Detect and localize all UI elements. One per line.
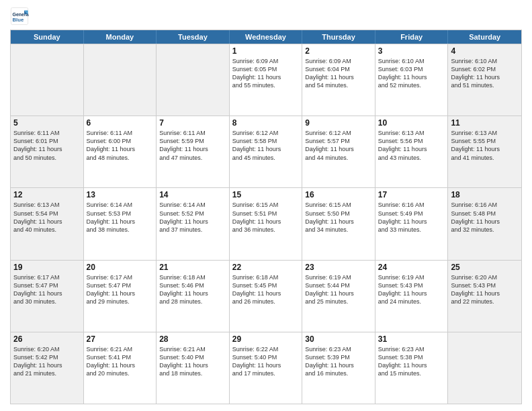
day-info: Sunrise: 6:17 AM Sunset: 5:47 PM Dayligh… <box>13 273 81 306</box>
day-info: Sunrise: 6:20 AM Sunset: 5:42 PM Dayligh… <box>13 345 81 378</box>
calendar-cell: 15Sunrise: 6:15 AM Sunset: 5:51 PM Dayli… <box>230 188 303 259</box>
day-info: Sunrise: 6:11 AM Sunset: 6:00 PM Dayligh… <box>87 129 154 162</box>
weekday-header: Saturday <box>448 30 521 44</box>
calendar-header: SundayMondayTuesdayWednesdayThursdayFrid… <box>11 30 521 44</box>
calendar-cell <box>448 332 521 404</box>
calendar-cell: 8Sunrise: 6:12 AM Sunset: 5:58 PM Daylig… <box>230 116 303 187</box>
calendar-cell: 3Sunrise: 6:10 AM Sunset: 6:03 PM Daylig… <box>375 44 449 116</box>
day-info: Sunrise: 6:18 AM Sunset: 5:45 PM Dayligh… <box>232 273 300 306</box>
calendar-cell: 13Sunrise: 6:14 AM Sunset: 5:53 PM Dayli… <box>84 188 157 259</box>
day-number: 17 <box>378 190 445 199</box>
day-number: 30 <box>305 334 372 344</box>
day-info: Sunrise: 6:23 AM Sunset: 5:38 PM Dayligh… <box>378 345 445 378</box>
calendar-cell: 7Sunrise: 6:11 AM Sunset: 5:59 PM Daylig… <box>157 116 230 187</box>
calendar-cell: 17Sunrise: 6:16 AM Sunset: 5:49 PM Dayli… <box>375 188 449 259</box>
calendar-cell: 9Sunrise: 6:12 AM Sunset: 5:57 PM Daylig… <box>302 116 375 187</box>
calendar-cell: 14Sunrise: 6:14 AM Sunset: 5:52 PM Dayli… <box>157 188 230 259</box>
calendar-cell: 18Sunrise: 6:16 AM Sunset: 5:48 PM Dayli… <box>448 188 521 259</box>
day-number: 29 <box>232 334 300 344</box>
logo: General Blue <box>10 7 32 26</box>
calendar-cell: 5Sunrise: 6:11 AM Sunset: 6:01 PM Daylig… <box>11 116 84 187</box>
day-info: Sunrise: 6:13 AM Sunset: 5:54 PM Dayligh… <box>13 201 81 234</box>
day-number: 25 <box>451 263 519 272</box>
day-info: Sunrise: 6:10 AM Sunset: 6:03 PM Dayligh… <box>378 57 445 90</box>
day-info: Sunrise: 6:21 AM Sunset: 5:40 PM Dayligh… <box>159 345 226 378</box>
day-number: 14 <box>159 190 226 199</box>
day-info: Sunrise: 6:17 AM Sunset: 5:47 PM Dayligh… <box>87 273 154 306</box>
day-number: 11 <box>451 118 519 128</box>
day-number: 18 <box>451 190 519 199</box>
calendar-cell <box>11 44 84 116</box>
day-number: 8 <box>232 118 300 128</box>
day-number: 12 <box>13 190 81 199</box>
calendar-cell <box>157 44 230 116</box>
calendar-cell: 31Sunrise: 6:23 AM Sunset: 5:38 PM Dayli… <box>375 332 449 404</box>
day-number: 19 <box>13 263 81 272</box>
day-number: 16 <box>305 190 372 199</box>
day-info: Sunrise: 6:13 AM Sunset: 5:55 PM Dayligh… <box>451 129 519 162</box>
logo-icon: General Blue <box>10 7 29 26</box>
calendar-cell: 23Sunrise: 6:19 AM Sunset: 5:44 PM Dayli… <box>302 261 375 332</box>
day-info: Sunrise: 6:09 AM Sunset: 6:04 PM Dayligh… <box>305 57 372 90</box>
calendar-body: 1Sunrise: 6:09 AM Sunset: 6:05 PM Daylig… <box>11 44 521 404</box>
weekday-header: Thursday <box>302 30 375 44</box>
calendar-cell: 2Sunrise: 6:09 AM Sunset: 6:04 PM Daylig… <box>302 44 375 116</box>
weekday-header: Monday <box>84 30 157 44</box>
calendar-cell: 6Sunrise: 6:11 AM Sunset: 6:00 PM Daylig… <box>84 116 157 187</box>
day-number: 10 <box>378 118 445 128</box>
weekday-header: Sunday <box>11 30 84 44</box>
day-info: Sunrise: 6:09 AM Sunset: 6:05 PM Dayligh… <box>232 57 300 90</box>
calendar-cell: 12Sunrise: 6:13 AM Sunset: 5:54 PM Dayli… <box>11 188 84 259</box>
day-info: Sunrise: 6:18 AM Sunset: 5:46 PM Dayligh… <box>159 273 226 306</box>
day-info: Sunrise: 6:10 AM Sunset: 6:02 PM Dayligh… <box>451 57 519 90</box>
weekday-header: Friday <box>375 30 449 44</box>
calendar-cell: 26Sunrise: 6:20 AM Sunset: 5:42 PM Dayli… <box>11 332 84 404</box>
day-info: Sunrise: 6:11 AM Sunset: 6:01 PM Dayligh… <box>13 129 81 162</box>
day-number: 6 <box>87 118 154 128</box>
day-number: 22 <box>232 263 300 272</box>
calendar-week: 19Sunrise: 6:17 AM Sunset: 5:47 PM Dayli… <box>11 260 521 332</box>
calendar-cell: 11Sunrise: 6:13 AM Sunset: 5:55 PM Dayli… <box>448 116 521 187</box>
day-info: Sunrise: 6:15 AM Sunset: 5:50 PM Dayligh… <box>305 201 372 234</box>
calendar-cell: 28Sunrise: 6:21 AM Sunset: 5:40 PM Dayli… <box>157 332 230 404</box>
day-number: 2 <box>305 46 372 56</box>
day-number: 31 <box>378 334 445 344</box>
calendar-cell: 22Sunrise: 6:18 AM Sunset: 5:45 PM Dayli… <box>230 261 303 332</box>
calendar-cell: 20Sunrise: 6:17 AM Sunset: 5:47 PM Dayli… <box>84 261 157 332</box>
day-number: 20 <box>87 263 154 272</box>
day-number: 24 <box>378 263 445 272</box>
day-info: Sunrise: 6:16 AM Sunset: 5:49 PM Dayligh… <box>378 201 445 234</box>
day-info: Sunrise: 6:16 AM Sunset: 5:48 PM Dayligh… <box>451 201 519 234</box>
day-info: Sunrise: 6:23 AM Sunset: 5:39 PM Dayligh… <box>305 345 372 378</box>
calendar-cell: 16Sunrise: 6:15 AM Sunset: 5:50 PM Dayli… <box>302 188 375 259</box>
day-number: 26 <box>13 334 81 344</box>
calendar-cell: 21Sunrise: 6:18 AM Sunset: 5:46 PM Dayli… <box>157 261 230 332</box>
day-info: Sunrise: 6:11 AM Sunset: 5:59 PM Dayligh… <box>159 129 226 162</box>
day-info: Sunrise: 6:14 AM Sunset: 5:53 PM Dayligh… <box>87 201 154 234</box>
day-number: 15 <box>232 190 300 199</box>
day-info: Sunrise: 6:22 AM Sunset: 5:40 PM Dayligh… <box>232 345 300 378</box>
page: General Blue SundayMondayTuesdayWednesda… <box>0 0 532 411</box>
day-number: 28 <box>159 334 226 344</box>
day-info: Sunrise: 6:15 AM Sunset: 5:51 PM Dayligh… <box>232 201 300 234</box>
day-number: 1 <box>232 46 300 56</box>
calendar-cell: 4Sunrise: 6:10 AM Sunset: 6:02 PM Daylig… <box>448 44 521 116</box>
calendar-cell <box>84 44 157 116</box>
day-number: 21 <box>159 263 226 272</box>
weekday-header: Tuesday <box>157 30 230 44</box>
calendar-cell: 24Sunrise: 6:19 AM Sunset: 5:43 PM Dayli… <box>375 261 449 332</box>
calendar-week: 12Sunrise: 6:13 AM Sunset: 5:54 PM Dayli… <box>11 187 521 259</box>
calendar-week: 5Sunrise: 6:11 AM Sunset: 6:01 PM Daylig… <box>11 116 521 187</box>
day-number: 13 <box>87 190 154 199</box>
day-number: 3 <box>378 46 445 56</box>
day-info: Sunrise: 6:20 AM Sunset: 5:43 PM Dayligh… <box>451 273 519 306</box>
day-number: 4 <box>451 46 519 56</box>
day-number: 27 <box>87 334 154 344</box>
calendar-week: 26Sunrise: 6:20 AM Sunset: 5:42 PM Dayli… <box>11 332 521 404</box>
day-info: Sunrise: 6:19 AM Sunset: 5:43 PM Dayligh… <box>378 273 445 306</box>
calendar-cell: 19Sunrise: 6:17 AM Sunset: 5:47 PM Dayli… <box>11 261 84 332</box>
day-info: Sunrise: 6:19 AM Sunset: 5:44 PM Dayligh… <box>305 273 372 306</box>
calendar-cell: 30Sunrise: 6:23 AM Sunset: 5:39 PM Dayli… <box>302 332 375 404</box>
day-number: 7 <box>159 118 226 128</box>
day-info: Sunrise: 6:12 AM Sunset: 5:57 PM Dayligh… <box>305 129 372 162</box>
